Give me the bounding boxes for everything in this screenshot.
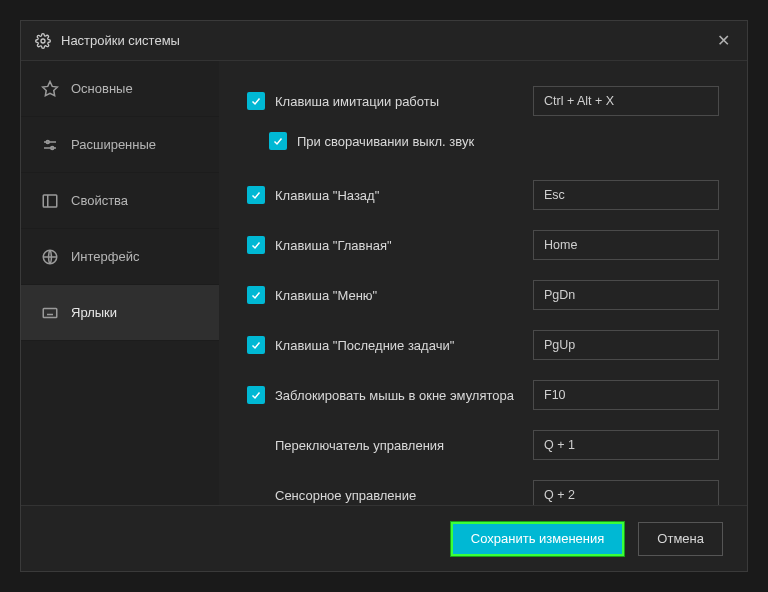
sidebar-item-label: Основные: [71, 81, 133, 96]
svg-rect-6: [43, 195, 57, 207]
window-body: Основные Расширенные Свойства Интерфейс …: [21, 61, 747, 505]
svg-rect-9: [43, 308, 57, 317]
hotkey-input-back[interactable]: Esc: [533, 180, 719, 210]
sidebar-item-properties[interactable]: Свойства: [21, 173, 219, 229]
checkbox-lock-mouse[interactable]: [247, 386, 265, 404]
hotkey-input-boss-key[interactable]: Ctrl + Alt + X: [533, 86, 719, 116]
setting-row-boss-key: Клавиша имитации работы Ctrl + Alt + X: [247, 85, 719, 117]
setting-row-home-key: Клавиша "Главная" Home: [247, 229, 719, 261]
cancel-button[interactable]: Отмена: [638, 522, 723, 556]
titlebar: Настройки системы ✕: [21, 21, 747, 61]
sidebar-item-label: Интерфейс: [71, 249, 139, 264]
panel-icon: [41, 192, 59, 210]
checkbox-menu-key[interactable]: [247, 286, 265, 304]
setting-label: Переключатель управления: [275, 438, 521, 453]
save-button[interactable]: Сохранить изменения: [451, 522, 625, 556]
checkbox-home-key[interactable]: [247, 236, 265, 254]
footer: Сохранить изменения Отмена: [21, 505, 747, 571]
close-icon[interactable]: ✕: [713, 31, 733, 50]
svg-marker-1: [43, 81, 58, 95]
globe-icon: [41, 248, 59, 266]
hotkey-input-recent[interactable]: PgUp: [533, 330, 719, 360]
window-title: Настройки системы: [61, 33, 713, 48]
sidebar-item-interface[interactable]: Интерфейс: [21, 229, 219, 285]
setting-label: Клавиша "Главная": [275, 238, 521, 253]
sidebar-item-label: Расширенные: [71, 137, 156, 152]
hotkey-input-control-switch[interactable]: Q + 1: [533, 430, 719, 460]
hotkey-input-lock-mouse[interactable]: F10: [533, 380, 719, 410]
sidebar-item-shortcuts[interactable]: Ярлыки: [21, 285, 219, 341]
sidebar-item-label: Ярлыки: [71, 305, 117, 320]
setting-row-back-key: Клавиша "Назад" Esc: [247, 179, 719, 211]
star-icon: [41, 80, 59, 98]
setting-label: Клавиша "Последние задачи": [275, 338, 521, 353]
content-panel: Клавиша имитации работы Ctrl + Alt + X П…: [219, 61, 747, 505]
checkbox-boss-key[interactable]: [247, 92, 265, 110]
hotkey-input-home[interactable]: Home: [533, 230, 719, 260]
setting-row-control-switch: Переключатель управления Q + 1: [247, 429, 719, 461]
gear-icon: [35, 33, 51, 49]
keyboard-icon: [41, 304, 59, 322]
setting-label: Клавиша "Меню": [275, 288, 521, 303]
setting-row-menu-key: Клавиша "Меню" PgDn: [247, 279, 719, 311]
setting-label: При сворачивании выкл. звук: [297, 134, 719, 149]
setting-label: Сенсорное управление: [275, 488, 521, 503]
sidebar-item-advanced[interactable]: Расширенные: [21, 117, 219, 173]
sliders-icon: [41, 136, 59, 154]
setting-label: Клавиша имитации работы: [275, 94, 521, 109]
setting-row-touch-control: Сенсорное управление Q + 2: [247, 479, 719, 505]
settings-window: Настройки системы ✕ Основные Расширенные…: [20, 20, 748, 572]
checkbox-back-key[interactable]: [247, 186, 265, 204]
setting-row-mute-minimize: При сворачивании выкл. звук: [269, 125, 719, 157]
sidebar-item-label: Свойства: [71, 193, 128, 208]
svg-point-0: [41, 39, 45, 43]
hotkey-input-menu[interactable]: PgDn: [533, 280, 719, 310]
setting-label: Заблокировать мышь в окне эмулятора: [275, 388, 521, 403]
setting-label: Клавиша "Назад": [275, 188, 521, 203]
checkbox-mute-minimize[interactable]: [269, 132, 287, 150]
checkbox-recent-key[interactable]: [247, 336, 265, 354]
hotkey-input-touch-control[interactable]: Q + 2: [533, 480, 719, 505]
sidebar: Основные Расширенные Свойства Интерфейс …: [21, 61, 219, 505]
setting-row-lock-mouse: Заблокировать мышь в окне эмулятора F10: [247, 379, 719, 411]
sidebar-item-general[interactable]: Основные: [21, 61, 219, 117]
setting-row-recent-key: Клавиша "Последние задачи" PgUp: [247, 329, 719, 361]
